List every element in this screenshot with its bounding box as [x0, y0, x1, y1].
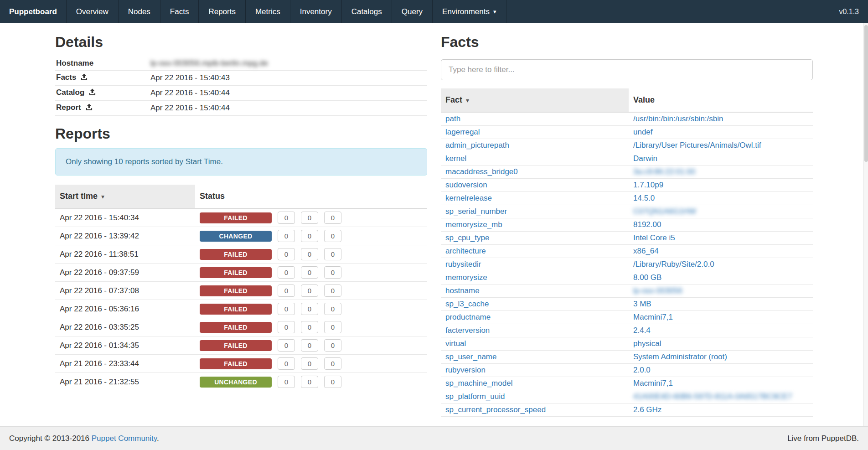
- report-status-badge: FAILED: [200, 322, 272, 333]
- scrollbar-thumb[interactable]: [864, 25, 868, 162]
- fact-name-link[interactable]: sp_platform_uuid: [445, 392, 505, 401]
- upload-icon[interactable]: [86, 103, 93, 113]
- fact-value-link[interactable]: System Administrator (root): [633, 352, 727, 361]
- upload-icon[interactable]: [81, 73, 88, 83]
- fact-name-link[interactable]: admin_picturepath: [445, 141, 509, 150]
- fact-value-link[interactable]: C07QN1A6G1HW: [633, 207, 696, 216]
- fact-name-link[interactable]: lagerregal: [445, 128, 480, 136]
- fact-name-link[interactable]: rubyversion: [445, 366, 486, 374]
- report-count: 0: [278, 266, 295, 279]
- fact-value-link[interactable]: physical: [633, 339, 661, 348]
- nav-item[interactable]: Nodes: [119, 0, 160, 23]
- report-count: 0: [324, 230, 341, 242]
- report-count: 0: [278, 303, 295, 315]
- facts-header-fact[interactable]: Fact▾: [441, 88, 629, 112]
- fact-row: macaddress_bridge0 3a:c9:86:22:01:00: [441, 166, 813, 179]
- report-start-time: Apr 22 2016 - 09:37:59: [55, 264, 195, 282]
- navbar-brand[interactable]: Puppetboard: [0, 0, 67, 23]
- report-count: 0: [301, 248, 318, 260]
- fact-name-link[interactable]: sp_l3_cache: [445, 300, 489, 308]
- footer-live-text: Live from PuppetDB.: [787, 434, 859, 443]
- facts-title: Facts: [441, 34, 813, 50]
- fact-name-link[interactable]: architecture: [445, 247, 486, 255]
- fact-name-link[interactable]: kernel: [445, 154, 466, 163]
- detail-label-report: Report: [56, 103, 81, 112]
- fact-value-link[interactable]: 2.4.4: [633, 326, 651, 335]
- fact-name-link[interactable]: sp_user_name: [445, 352, 496, 361]
- fact-value-link[interactable]: 2.6 GHz: [633, 405, 661, 414]
- report-status-cell: FAILED 0 0 0: [200, 339, 423, 352]
- report-start-time: Apr 21 2016 - 23:33:44: [55, 355, 195, 373]
- nav-item[interactable]: Catalogs: [342, 0, 392, 23]
- fact-value-link[interactable]: lp-osx-003056: [633, 286, 682, 295]
- nav-item[interactable]: Facts: [160, 0, 199, 23]
- reports-table: Start time▾ Status Apr 22 2016 - 15:40:3…: [55, 185, 427, 391]
- fact-row: sp_l3_cache 3 MB: [441, 298, 813, 311]
- fact-value-link[interactable]: 2.0.0: [633, 366, 651, 374]
- fact-name-link[interactable]: sp_cpu_type: [445, 233, 489, 242]
- fact-value-link[interactable]: 1.7.10p9: [633, 181, 663, 189]
- navbar: Puppetboard Overview Nodes Facts Reports…: [0, 0, 868, 23]
- report-count: 0: [324, 357, 341, 370]
- fact-value-link[interactable]: 3 MB: [633, 300, 651, 308]
- report-status-cell: FAILED 0 0 0: [200, 266, 423, 279]
- fact-value-link[interactable]: /Library/User Pictures/Animals/Owl.tif: [633, 141, 761, 150]
- fact-name-link[interactable]: memorysize_mb: [445, 220, 502, 229]
- nav-item[interactable]: Reports: [199, 0, 246, 23]
- report-status-cell: FAILED 0 0 0: [200, 357, 423, 370]
- fact-name-link[interactable]: sp_current_processor_speed: [445, 405, 546, 414]
- fact-value-link[interactable]: undef: [633, 128, 653, 136]
- upload-icon[interactable]: [89, 88, 96, 98]
- fact-name-link[interactable]: kernelrelease: [445, 194, 492, 202]
- fact-value-link[interactable]: /usr/bin:/bin:/usr/sbin:/sbin: [633, 114, 723, 123]
- fact-name-link[interactable]: virtual: [445, 339, 466, 348]
- fact-name-link[interactable]: path: [445, 114, 460, 123]
- facts-filter-input[interactable]: [441, 59, 813, 80]
- report-status-badge: FAILED: [200, 358, 272, 369]
- detail-row-catalog: Catalog Apr 22 2016 - 15:40:44: [55, 86, 427, 101]
- detail-label-hostname: Hostname: [55, 57, 150, 71]
- report-count: 0: [301, 357, 318, 370]
- fact-value-link[interactable]: 14.5.0: [633, 194, 655, 202]
- reports-header-status[interactable]: Status: [195, 185, 427, 208]
- fact-name-link[interactable]: hostname: [445, 286, 480, 295]
- fact-row: memorysize 8.00 GB: [441, 271, 813, 284]
- fact-name-link[interactable]: productname: [445, 313, 491, 321]
- report-count: 0: [324, 339, 341, 352]
- nav-item[interactable]: Overview: [67, 0, 119, 23]
- fact-value-link[interactable]: Macmini7,1: [633, 313, 673, 321]
- fact-name-link[interactable]: sudoversion: [445, 181, 487, 189]
- report-count: 0: [278, 376, 295, 388]
- fact-value-link[interactable]: 3a:c9:86:22:01:00: [633, 167, 695, 176]
- report-count: 0: [324, 376, 341, 388]
- nav-item[interactable]: Query: [392, 0, 433, 23]
- nav-item-environments[interactable]: Environments ▾: [433, 0, 506, 23]
- report-status-badge: FAILED: [200, 212, 272, 223]
- report-row: Apr 22 2016 - 07:37:08 FAILED 0 0 0: [55, 282, 427, 300]
- fact-name-link[interactable]: rubysitedir: [445, 260, 481, 269]
- fact-value-link[interactable]: /Library/Ruby/Site/2.0.0: [633, 260, 714, 269]
- reports-header-start-time[interactable]: Start time▾: [55, 185, 195, 208]
- report-start-time: Apr 22 2016 - 13:39:42: [55, 227, 195, 245]
- report-count: 0: [301, 339, 318, 352]
- fact-value-link[interactable]: x86_64: [633, 247, 659, 255]
- fact-row: hostname lp-osx-003056: [441, 284, 813, 298]
- fact-value-link[interactable]: Macmini7,1: [633, 379, 673, 388]
- fact-value-link[interactable]: Darwin: [633, 154, 657, 163]
- nav-item[interactable]: Inventory: [290, 0, 342, 23]
- puppet-community-link[interactable]: Puppet Community: [92, 434, 157, 443]
- scrollbar[interactable]: [863, 23, 868, 426]
- fact-name-link[interactable]: facterversion: [445, 326, 490, 335]
- fact-row: rubyversion 2.0.0: [441, 364, 813, 377]
- facts-header-value[interactable]: Value: [629, 88, 813, 112]
- fact-name-link[interactable]: sp_serial_number: [445, 207, 507, 216]
- fact-value-link[interactable]: Intel Core i5: [633, 233, 675, 242]
- fact-value-link[interactable]: 8.00 GB: [633, 273, 661, 282]
- fact-value-link[interactable]: 8192.00: [633, 220, 661, 229]
- details-table: Hostname lp-osx-003056.mpib-berlin.mpg.d…: [55, 57, 427, 116]
- fact-value-link[interactable]: 41A00E4D-60B6-597D-811A-0A6517BC9CE7: [633, 392, 792, 401]
- nav-item[interactable]: Metrics: [246, 0, 290, 23]
- fact-name-link[interactable]: memorysize: [445, 273, 487, 282]
- fact-name-link[interactable]: sp_machine_model: [445, 379, 512, 388]
- fact-name-link[interactable]: macaddress_bridge0: [445, 167, 518, 176]
